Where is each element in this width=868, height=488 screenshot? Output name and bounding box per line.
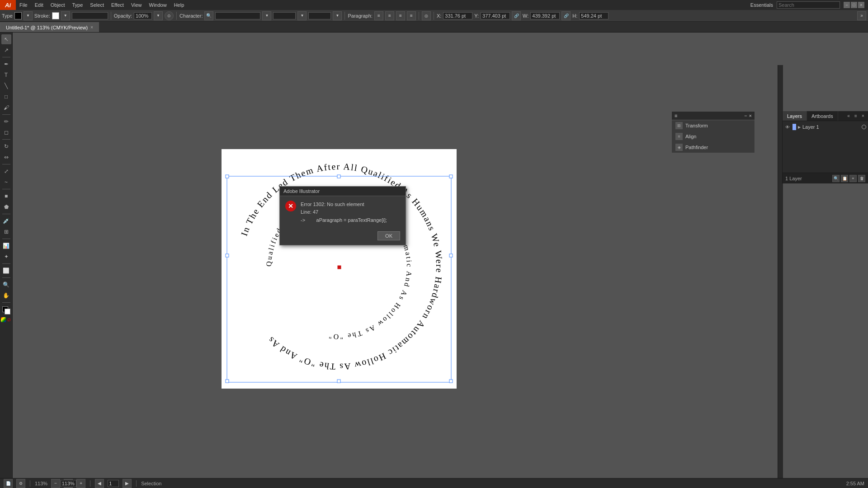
menu-effect[interactable]: Effect (108, 0, 127, 10)
zoom-plus-btn[interactable]: + (76, 479, 85, 488)
char-dropdown-btn[interactable]: ▼ (262, 11, 271, 20)
y-input[interactable] (481, 12, 510, 19)
type-tool[interactable]: T (1, 70, 11, 80)
layer-expand-icon[interactable]: ▶ (798, 125, 801, 129)
opacity-options-btn[interactable]: ▼ (154, 11, 163, 20)
pen-tool[interactable]: ✒ (1, 59, 11, 69)
restore-button[interactable]: □ (851, 2, 857, 8)
menu-view[interactable]: View (127, 0, 146, 10)
add-layer-btn[interactable]: 📋 (841, 175, 848, 182)
search-layer-btn[interactable]: 🔍 (832, 175, 840, 182)
status-settings-icon[interactable]: ⚙ (16, 479, 25, 488)
menu-help[interactable]: Help (170, 0, 188, 10)
stroke-input[interactable] (72, 12, 108, 19)
panel-close-btn[interactable]: × (749, 113, 752, 118)
select-tool[interactable]: ↖ (1, 34, 11, 44)
font-style-input[interactable] (273, 12, 296, 19)
graph-tool[interactable]: 📊 (1, 241, 11, 251)
document-tab[interactable]: Untitled-1* @ 113% (CMYK/Preview) × (0, 22, 99, 32)
collapse-btn[interactable]: » (857, 11, 866, 20)
dialog-title: Adobe Illustrator (283, 188, 320, 194)
panel-collapse-btn[interactable]: × (860, 113, 866, 119)
search-input[interactable] (777, 1, 840, 9)
stroke-options-btn[interactable]: ▼ (61, 11, 70, 20)
align-left-btn[interactable]: ≡ (374, 11, 383, 20)
w-input[interactable] (530, 12, 560, 19)
pathfinder-item[interactable]: ◈ Pathfinder (672, 142, 755, 153)
layer-visibility-icon[interactable]: 👁 (784, 124, 791, 130)
zoom-minus-btn[interactable]: − (51, 479, 60, 488)
panel-menu-btn[interactable]: ≡ (853, 113, 859, 119)
warp-tool[interactable]: ~ (1, 177, 11, 187)
new-layer-btn[interactable]: + (849, 175, 857, 182)
direct-select-tool[interactable]: ↗ (1, 45, 11, 55)
layer-row[interactable]: 👁 ▶ Layer 1 (783, 122, 868, 132)
tool-separator-7 (2, 239, 10, 239)
minimize-button[interactable]: − (844, 2, 850, 8)
eyedropper-tool[interactable]: 💉 (1, 216, 11, 226)
size-dropdown-btn[interactable]: ▼ (333, 11, 342, 20)
pencil-tool[interactable]: ✏ (1, 117, 11, 127)
prev-page-btn[interactable]: ◀ (95, 479, 104, 488)
layer-target-icon[interactable] (862, 125, 866, 129)
artboard-tool[interactable]: ⬜ (1, 266, 11, 276)
ok-button[interactable]: OK (377, 231, 400, 240)
gradient-tool[interactable]: ■ (1, 191, 11, 201)
menu-type[interactable]: Type (69, 0, 87, 10)
mirror-tool[interactable]: ⇔ (1, 152, 11, 162)
close-button[interactable]: × (858, 2, 864, 8)
symbol-sprayer-tool[interactable]: ✦ (1, 252, 11, 262)
panel-expand-btn[interactable]: « (845, 113, 852, 119)
hand-tool[interactable]: ✋ (1, 291, 11, 300)
artboards-tab[interactable]: Artboards (807, 111, 838, 121)
stroke-swatch[interactable] (52, 12, 59, 19)
opacity-input[interactable] (134, 12, 152, 19)
eraser-tool[interactable]: ◻ (1, 127, 11, 137)
opacity-icon-btn[interactable]: ◎ (422, 11, 431, 20)
align-item[interactable]: ≡ Align (672, 131, 755, 142)
none-btn[interactable]: ∅ (7, 317, 12, 322)
style-dropdown-btn[interactable]: ▼ (297, 11, 307, 20)
transform-item[interactable]: ⊞ Transform (672, 120, 755, 131)
next-page-btn[interactable]: ▶ (123, 479, 132, 488)
indent-btn[interactable]: ≡ (407, 11, 416, 20)
status-bar: 📄 ⚙ 113% − + ◀ ▶ Selection 2:55 AM (0, 478, 868, 488)
scale-tool[interactable]: ⤢ (1, 166, 11, 176)
panel-minimize-btn[interactable]: − (744, 113, 747, 118)
menu-edit[interactable]: Edit (31, 0, 47, 10)
page-input[interactable] (108, 480, 119, 487)
color-btn[interactable] (1, 317, 6, 322)
link-wh-btn2[interactable]: 🔗 (561, 11, 571, 20)
align-center-btn[interactable]: ≡ (385, 11, 394, 20)
line-tool[interactable]: ╲ (1, 81, 11, 91)
blend-tool[interactable]: ⬟ (1, 202, 11, 212)
align-right-btn[interactable]: ≡ (396, 11, 405, 20)
tab-close-btn[interactable]: × (90, 25, 93, 30)
rotate-tool[interactable]: ↻ (1, 141, 11, 151)
shape-tool[interactable]: □ (1, 92, 11, 102)
recolor-btn[interactable]: ⊙ (165, 11, 174, 20)
character-font-input[interactable] (215, 12, 260, 19)
delete-layer-btn[interactable]: 🗑 (858, 175, 865, 182)
menu-window[interactable]: Window (146, 0, 170, 10)
x-input[interactable] (443, 12, 472, 19)
menu-select[interactable]: Select (86, 0, 108, 10)
h-input[interactable] (579, 12, 609, 19)
layers-tab[interactable]: Layers (783, 111, 807, 121)
canvas-area[interactable]: In The End Led Them After All Qualified … (13, 33, 868, 478)
font-size-input[interactable] (308, 12, 331, 19)
mesh-tool[interactable]: ⊞ (1, 227, 11, 237)
zoom-input-field[interactable] (64, 479, 73, 488)
tab-title: Untitled-1* @ 113% (CMYK/Preview) (6, 25, 88, 30)
paintbrush-tool[interactable]: 🖌 (1, 103, 11, 113)
zoom-input[interactable] (61, 480, 76, 487)
fill-stroke-widget[interactable] (1, 305, 11, 315)
link-wh-btn[interactable]: 🔗 (512, 11, 521, 20)
zoom-tool[interactable]: 🔍 (1, 280, 11, 290)
stroke-label: Stroke: (34, 13, 50, 19)
menu-file[interactable]: File (16, 0, 31, 10)
menu-object[interactable]: Object (47, 0, 69, 10)
fill-options-btn[interactable]: ▼ (24, 11, 33, 20)
status-doc-icon[interactable]: 📄 (4, 479, 13, 488)
fill-swatch[interactable] (14, 12, 22, 19)
